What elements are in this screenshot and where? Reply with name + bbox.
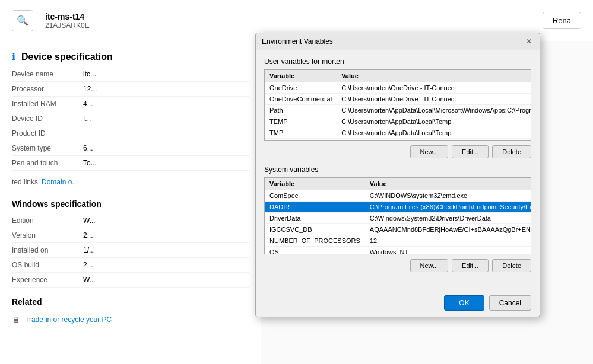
user-var-value: C:\Users\morten\AppData\Local\Temp — [337, 116, 531, 127]
system-vars-new-btn[interactable]: New... — [410, 259, 449, 272]
spec-label-device-id: Device ID — [12, 114, 83, 123]
spec-value: 2... — [83, 231, 93, 240]
user-vars-delete-btn[interactable]: Delete — [492, 145, 531, 158]
user-var-name: OneDrive — [265, 82, 337, 94]
system-var-row[interactable]: NUMBER_OF_PROCESSORS12 — [265, 235, 531, 247]
spec-value: To... — [83, 159, 97, 167]
spec-label: Pen and touch — [12, 159, 83, 167]
system-var-row[interactable]: OSWindows_NT — [265, 247, 531, 255]
spec-label: Processor — [12, 85, 83, 93]
system-var-row[interactable]: IGCCSVC_DBAQAAANCMnd8BFdERjHoAwE/CI+sBAA… — [265, 224, 531, 235]
system-var-name: DADIR — [265, 202, 365, 213]
table-row: Device name itc... — [12, 67, 249, 82]
system-var-name: NUMBER_OF_PROCESSORS — [265, 235, 365, 247]
user-vars-edit-btn[interactable]: Edit... — [452, 145, 489, 158]
user-vars-col-variable: Variable — [265, 70, 337, 82]
user-var-value: C:\Users\morten\AppData\Local\Microsoft\… — [337, 105, 531, 116]
spec-value: itc... — [83, 70, 96, 78]
system-vars-edit-btn[interactable]: Edit... — [452, 259, 489, 272]
spec-label: Edition — [12, 216, 83, 225]
user-vars-col-value: Value — [337, 70, 531, 82]
windows-spec-title: Windows specification — [12, 199, 249, 209]
env-titlebar: Environment Variables ✕ — [256, 33, 540, 50]
user-var-name: TEMP — [265, 116, 337, 127]
env-body: User variables for morten Variable Value… — [256, 50, 540, 286]
spec-label: OS build — [12, 261, 83, 269]
env-ok-btn[interactable]: OK — [444, 295, 484, 311]
table-row: Device ID f... — [12, 111, 249, 126]
system-var-name: DriverData — [265, 213, 365, 224]
system-vars-col-variable: Variable — [265, 178, 365, 190]
user-var-value: C:\Users\morten\OneDrive - IT-Connect — [337, 94, 531, 105]
system-var-name: IGCCSVC_DB — [265, 224, 365, 235]
spec-label: Installed on — [12, 246, 83, 254]
system-vars-col-value: Value — [365, 178, 531, 190]
user-var-row[interactable]: OneDriveC:\Users\morten\OneDrive - IT-Co… — [265, 82, 531, 94]
system-vars-delete-btn[interactable]: Delete — [492, 259, 531, 272]
table-row: Experience W... — [12, 273, 249, 288]
table-row: Edition W... — [12, 213, 249, 228]
table-row: Processor 12... — [12, 82, 249, 97]
system-var-value: C:\Windows\System32\Drivers\DriverData — [365, 213, 531, 224]
user-var-name: OneDriveCommercial — [265, 94, 337, 105]
system-var-value: Windows_NT — [365, 247, 531, 255]
list-item: 🖥 Trade-in or recycle your PC — [12, 312, 249, 327]
system-vars-label: System variables — [264, 165, 531, 174]
spec-label: Experience — [12, 276, 83, 284]
table-row: Product ID — [12, 126, 249, 141]
system-var-name: OS — [265, 247, 365, 255]
related-links-prefix: ted links — [12, 178, 38, 186]
user-var-row[interactable]: TMPC:\Users\morten\AppData\Local\Temp — [265, 127, 531, 139]
system-vars-table: Variable Value ComSpecC:\WINDOWS\system3… — [265, 178, 531, 254]
related-title: Related — [12, 297, 249, 306]
user-var-value: C:\Users\morten\AppData\Local\Temp — [337, 127, 531, 139]
user-vars-table: Variable Value OneDriveC:\Users\morten\O… — [265, 70, 531, 139]
search-icon: 🔍 — [17, 15, 28, 26]
system-var-value: C:\Program Files (x86)\CheckPoint\Endpoi… — [365, 202, 531, 213]
spec-value: 12... — [83, 85, 97, 93]
search-button[interactable]: 🔍 — [12, 10, 33, 31]
user-var-row[interactable]: PathC:\Users\morten\AppData\Local\Micros… — [265, 105, 531, 116]
user-var-name: TMP — [265, 127, 337, 139]
spec-value: 2... — [83, 261, 93, 269]
table-row: Installed RAM 4... — [12, 97, 249, 111]
system-var-value: C:\WINDOWS\system32\cmd.exe — [365, 190, 531, 202]
spec-value: 4... — [83, 100, 93, 108]
spec-table: Device name itc... Processor 12... Insta… — [0, 67, 261, 171]
rename-button[interactable]: Rena — [543, 12, 581, 29]
user-var-name: Path — [265, 105, 337, 116]
table-row: System type 6... — [12, 141, 249, 156]
user-var-value: C:\Users\morten\OneDrive - IT-Connect — [337, 82, 531, 94]
system-var-row[interactable]: DriverDataC:\Windows\System32\Drivers\Dr… — [265, 213, 531, 224]
spec-value: W... — [83, 216, 96, 225]
system-var-value: 12 — [365, 235, 531, 247]
spec-value: 1/... — [83, 246, 95, 254]
env-cancel-btn[interactable]: Cancel — [489, 295, 531, 311]
related-section: Related 🖥 Trade-in or recycle your PC — [0, 288, 261, 331]
device-name: itc-ms-t14 — [45, 12, 90, 21]
related-item-label[interactable]: Trade-in or recycle your PC — [25, 315, 112, 324]
env-close-icon[interactable]: ✕ — [524, 37, 534, 46]
system-var-value: AQAAANCMnd8BFdERjHoAwE/CI+sBAAAAzQgBr+EN… — [365, 224, 531, 235]
user-vars-new-btn[interactable]: New... — [410, 145, 449, 158]
table-row: Installed on 1/... — [12, 243, 249, 258]
user-var-row[interactable]: TEMPC:\Users\morten\AppData\Local\Temp — [265, 116, 531, 127]
domain-link[interactable]: Domain o... — [42, 178, 78, 186]
windows-spec-table: Edition W... Version 2... Installed on 1… — [0, 213, 261, 288]
system-vars-btn-row: New... Edit... Delete — [264, 259, 531, 272]
user-var-row[interactable]: OneDriveCommercialC:\Users\morten\OneDri… — [265, 94, 531, 105]
spec-header: ℹ Device specification — [0, 41, 261, 67]
spec-label: System type — [12, 144, 83, 152]
monitor-icon: 🖥 — [12, 315, 20, 324]
system-var-row[interactable]: DADIRC:\Program Files (x86)\CheckPoint\E… — [265, 202, 531, 213]
system-vars-table-container[interactable]: Variable Value ComSpecC:\WINDOWS\system3… — [264, 177, 531, 254]
user-vars-btn-row: New... Edit... Delete — [264, 145, 531, 158]
system-var-name: ComSpec — [265, 190, 365, 202]
spec-label-product-id: Product ID — [12, 129, 83, 138]
spec-title: Device specification — [21, 52, 113, 62]
device-id-label: 21AJSARK0E — [45, 21, 90, 30]
system-var-row[interactable]: ComSpecC:\WINDOWS\system32\cmd.exe — [265, 190, 531, 202]
spec-value: W... — [83, 276, 96, 284]
user-vars-table-container[interactable]: Variable Value OneDriveC:\Users\morten\O… — [264, 69, 531, 141]
spec-value-device-id: f... — [83, 114, 91, 123]
